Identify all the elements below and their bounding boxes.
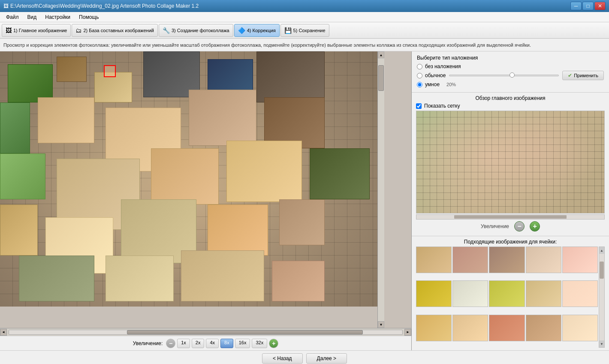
- thumb-15[interactable]: [562, 315, 598, 341]
- thumb-4[interactable]: [526, 247, 561, 273]
- thumb-14[interactable]: [526, 315, 561, 341]
- apply-button[interactable]: ✔ Применить: [562, 71, 604, 80]
- back-button[interactable]: < Назад: [262, 353, 303, 364]
- slider-percentage: 20%: [443, 82, 456, 87]
- menu-view[interactable]: Вид: [23, 13, 41, 21]
- toolbar-step2[interactable]: 🗂 2) База составных изображений: [72, 24, 157, 37]
- selection-box: [104, 65, 116, 77]
- step2-label: 2) База составных изображений: [83, 28, 154, 33]
- preview-title: Обзор главного изображения: [416, 95, 605, 101]
- toolbar: 🖼 1) Главное изображение 🗂 2) База соста…: [0, 22, 609, 39]
- preview-scrollbar-thumb[interactable]: [454, 215, 567, 219]
- images-scrollbar[interactable]: ▲ ▼: [599, 247, 605, 348]
- scroll-left-arrow[interactable]: ◄: [0, 329, 7, 336]
- thumb-8[interactable]: [489, 280, 525, 307]
- overlay-title: Выберите тип наложения: [417, 55, 604, 61]
- horizontal-scrollbar[interactable]: ◄ ►: [0, 328, 411, 336]
- collage-canvas[interactable]: [0, 51, 377, 307]
- thumb-3[interactable]: [489, 247, 525, 273]
- show-grid-checkbox[interactable]: [416, 103, 422, 109]
- thumb-5[interactable]: [562, 247, 598, 273]
- overlay-smart: умное: [417, 81, 440, 87]
- toolbar-step5[interactable]: 💾 5) Сохранение: [280, 24, 329, 37]
- zoom-2x[interactable]: 2x: [192, 339, 205, 348]
- scroll-up-arrow[interactable]: ▲: [378, 51, 384, 58]
- h-scrollbar-thumb[interactable]: [127, 330, 363, 334]
- zoom-label: Увеличение:: [133, 340, 163, 346]
- zoom-in-button[interactable]: +: [269, 339, 278, 348]
- thumb-2[interactable]: [452, 247, 488, 273]
- preview-zoom-in[interactable]: +: [530, 221, 540, 232]
- zoom-16x[interactable]: 16x: [235, 339, 250, 348]
- zoom-32x[interactable]: 32x: [252, 339, 267, 348]
- overlay-slider-track[interactable]: [449, 75, 559, 76]
- zoom-1x[interactable]: 1x: [177, 339, 190, 348]
- mosaic-patches: [0, 51, 377, 307]
- preview-image-container[interactable]: [416, 111, 605, 214]
- preview-scrollbar[interactable]: [416, 214, 605, 220]
- scroll-right-arrow[interactable]: ►: [404, 329, 411, 336]
- vertical-scrollbar[interactable]: ▲ ▼: [377, 51, 384, 328]
- collage-area: ▲ ▼: [0, 51, 411, 328]
- show-grid-row: Показать сетку: [416, 103, 605, 109]
- thumb-13[interactable]: [489, 315, 525, 341]
- thumb-12[interactable]: [452, 315, 488, 341]
- main-content: ▲ ▼ ◄ ► Увеличение: − 1x 2x 4x 8x 16x 32…: [0, 51, 609, 350]
- thumb-9[interactable]: [526, 280, 561, 307]
- mosaic-background: [0, 51, 377, 307]
- menu-help[interactable]: Помощь: [75, 13, 103, 21]
- images-scroll-down[interactable]: ▼: [599, 340, 604, 347]
- h-scrollbar-track[interactable]: [9, 330, 403, 335]
- overlay-smart-radio[interactable]: [417, 82, 422, 87]
- zoom-controls: Увеличение: − 1x 2x 4x 8x 16x 32x +: [0, 336, 411, 350]
- zoom-8x[interactable]: 8x: [220, 339, 233, 348]
- step2-icon: 🗂: [75, 27, 81, 34]
- thumb-10[interactable]: [562, 280, 598, 307]
- images-scroll-up[interactable]: ▲: [599, 247, 604, 254]
- next-button[interactable]: Далее >: [306, 353, 347, 364]
- overlay-option-none: без наложения: [417, 63, 604, 69]
- maximize-button[interactable]: □: [582, 2, 594, 10]
- overlay-smart-row: умное 20%: [417, 80, 604, 89]
- apply-label: Применить: [574, 73, 598, 78]
- thumb-11[interactable]: [416, 315, 452, 341]
- right-panel: Выберите тип наложения без наложения обы…: [412, 51, 609, 350]
- show-grid-label: Показать сетку: [424, 103, 460, 109]
- suitable-section: Подходящие изображения для ячейки:: [412, 236, 609, 350]
- close-button[interactable]: ✕: [594, 2, 606, 10]
- step3-label: 3) Создание фотоколлажа: [172, 28, 229, 33]
- toolbar-step3[interactable]: 🔧 3) Создание фотоколлажа: [159, 24, 233, 37]
- menubar: Файл Вид Настройки Помощь: [0, 12, 609, 22]
- overlay-slider-thumb[interactable]: [510, 72, 515, 78]
- minimize-button[interactable]: ─: [570, 2, 582, 10]
- step5-label: 5) Сохранение: [293, 28, 326, 33]
- grid-overlay: [416, 111, 604, 213]
- window-title: E:\Artensoft\Collages\Wedding\Wedding_02…: [9, 3, 570, 9]
- zoom-out-button[interactable]: −: [166, 339, 175, 348]
- overlay-normal: обычное: [417, 72, 446, 78]
- left-panel: ▲ ▼ ◄ ► Увеличение: − 1x 2x 4x 8x 16x 32…: [0, 51, 412, 350]
- toolbar-step4[interactable]: 🔷 4) Коррекция: [234, 24, 280, 37]
- apply-icon: ✔: [568, 72, 572, 78]
- images-scrollbar-thumb[interactable]: [600, 262, 604, 279]
- toolbar-step1[interactable]: 🖼 1) Главное изображение: [2, 24, 71, 37]
- step1-icon: 🖼: [6, 27, 12, 34]
- thumb-7[interactable]: [452, 280, 488, 307]
- overlay-normal-radio[interactable]: [417, 73, 422, 78]
- zoom-4x[interactable]: 4x: [206, 339, 219, 348]
- suitable-title: Подходящие изображения для ячейки:: [416, 239, 605, 245]
- thumb-1[interactable]: [416, 247, 452, 273]
- preview-zoom-label: Увеличение: [481, 223, 509, 229]
- preview-section: Обзор главного изображения Показать сетк…: [412, 93, 609, 236]
- overlay-none-label: без наложения: [425, 63, 461, 69]
- preview-zoom-out[interactable]: −: [514, 221, 525, 232]
- thumb-6[interactable]: [416, 280, 452, 307]
- menu-settings[interactable]: Настройки: [41, 13, 75, 21]
- step5-icon: 💾: [284, 27, 292, 34]
- step4-icon: 🔷: [238, 27, 245, 34]
- infobar: Просмотр и коррекция элементов фотоколла…: [0, 39, 609, 51]
- scroll-down-arrow[interactable]: ▼: [378, 321, 384, 328]
- overlay-none-radio[interactable]: [417, 64, 422, 69]
- vertical-scrollbar-thumb[interactable]: [378, 65, 384, 91]
- menu-file[interactable]: Файл: [2, 13, 23, 21]
